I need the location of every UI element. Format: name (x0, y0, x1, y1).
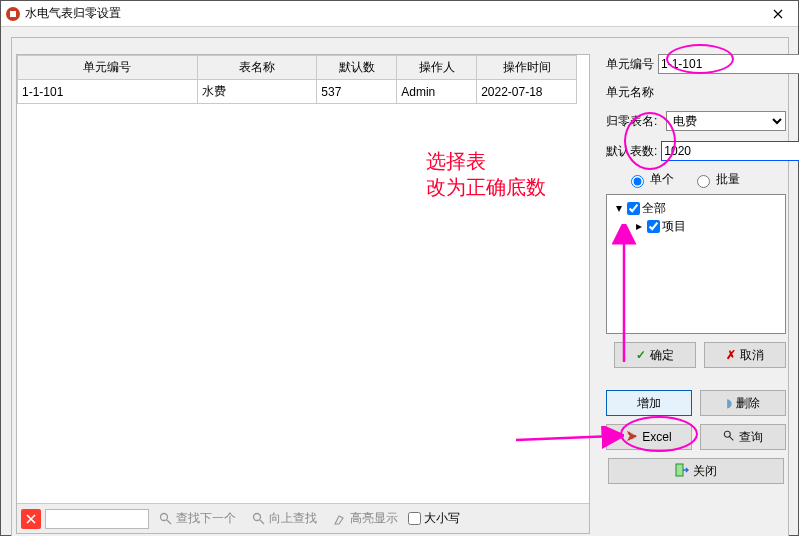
label-unit-no: 单元编号 (606, 56, 654, 73)
svg-point-2 (161, 513, 168, 520)
row-unit-no: 单元编号 (606, 54, 786, 74)
door-icon (675, 463, 689, 480)
tree-box[interactable]: ▾ 全部 ▸ 项目 (606, 194, 786, 334)
row-unit-name: 单元名称 (606, 84, 786, 101)
window-root: 水电气表归零设置 单元编号 表名称 默认数 操作人 操作 (0, 0, 799, 536)
row-close: 关闭 (606, 458, 786, 484)
radio-row: 单个 批量 (606, 171, 786, 188)
query-button[interactable]: 查询 (700, 424, 786, 450)
label-default: 默认表数: (606, 143, 657, 160)
col-unit-no[interactable]: 单元编号 (18, 56, 198, 80)
label-meter: 归零表名: (606, 113, 662, 130)
search-bar: 查找下一个 向上查找 高亮显示 大小写 (17, 503, 589, 533)
client-area: 单元编号 表名称 默认数 操作人 操作时间 1-1-101 水费 (1, 27, 798, 535)
window-title: 水电气表归零设置 (25, 5, 758, 22)
col-operator[interactable]: 操作人 (397, 56, 477, 80)
expand-icon[interactable]: ▾ (613, 201, 625, 215)
arrow-right-icon: ⮞ (626, 430, 638, 444)
outer-frame: 单元编号 表名称 默认数 操作人 操作时间 1-1-101 水费 (11, 37, 789, 536)
excel-button[interactable]: ⮞ Excel (606, 424, 692, 450)
ok-button[interactable]: ✓ 确定 (614, 342, 696, 368)
clear-search-button[interactable] (21, 509, 41, 529)
cancel-button[interactable]: ✗ 取消 (704, 342, 786, 368)
col-op-time[interactable]: 操作时间 (477, 56, 577, 80)
search-down-icon (159, 512, 173, 526)
row-excel-query: ⮞ Excel 查询 (606, 424, 786, 450)
table-wrap: 单元编号 表名称 默认数 操作人 操作时间 1-1-101 水费 (17, 55, 589, 503)
meter-table: 单元编号 表名称 默认数 操作人 操作时间 1-1-101 水费 (17, 55, 577, 104)
titlebar: 水电气表归零设置 (1, 1, 798, 27)
radio-batch[interactable]: 批量 (692, 171, 740, 188)
add-button[interactable]: 增加 (606, 390, 692, 416)
svg-point-4 (254, 513, 261, 520)
search-icon (723, 430, 735, 445)
x-icon: ✗ (726, 348, 736, 362)
cell-default: 537 (317, 80, 397, 104)
cell-operator: Admin (397, 80, 477, 104)
delete-button[interactable]: ◗ 删除 (700, 390, 786, 416)
input-unit-no[interactable] (658, 54, 799, 74)
expand-icon[interactable]: ▸ (633, 219, 645, 233)
check-icon: ✓ (636, 348, 646, 362)
row-default: 默认表数: (606, 141, 786, 161)
table-panel: 单元编号 表名称 默认数 操作人 操作时间 1-1-101 水费 (16, 54, 590, 534)
row-meter: 归零表名: 电费 (606, 111, 786, 131)
svg-rect-1 (10, 11, 16, 17)
cell-meter-name: 水费 (197, 80, 317, 104)
svg-line-7 (730, 436, 733, 439)
close-button[interactable]: 关闭 (608, 458, 784, 484)
svg-point-6 (724, 431, 730, 437)
cell-op-time: 2022-07-18 (477, 80, 577, 104)
input-default[interactable] (661, 141, 799, 161)
svg-rect-8 (676, 464, 683, 476)
svg-line-5 (260, 520, 264, 524)
label-unit-name: 单元名称 (606, 84, 662, 101)
close-window-button[interactable] (758, 1, 798, 27)
find-next-button[interactable]: 查找下一个 (153, 508, 242, 530)
svg-line-3 (167, 520, 171, 524)
cylinder-icon: ◗ (726, 396, 732, 410)
cell-unit-no: 1-1-101 (18, 80, 198, 104)
table-row[interactable]: 1-1-101 水费 537 Admin 2022-07-18 (18, 80, 577, 104)
highlight-button[interactable]: 高亮显示 (327, 508, 404, 530)
col-meter-name[interactable]: 表名称 (197, 56, 317, 80)
app-icon (5, 6, 21, 22)
right-panel: 单元编号 单元名称 归零表名: 电费 默认表数: (606, 54, 786, 492)
row-add-delete: 增加 ◗ 删除 (606, 390, 786, 416)
row-ok-cancel: ✓ 确定 ✗ 取消 (606, 342, 786, 368)
radio-single[interactable]: 单个 (626, 171, 674, 188)
highlight-icon (333, 512, 347, 526)
table-header-row: 单元编号 表名称 默认数 操作人 操作时间 (18, 56, 577, 80)
tree-root[interactable]: ▾ 全部 (611, 199, 781, 217)
search-up-icon (252, 512, 266, 526)
tree-child[interactable]: ▸ 项目 (611, 217, 781, 235)
col-default[interactable]: 默认数 (317, 56, 397, 80)
find-prev-button[interactable]: 向上查找 (246, 508, 323, 530)
case-sensitive-checkbox[interactable]: 大小写 (408, 510, 460, 527)
select-meter[interactable]: 电费 (666, 111, 786, 131)
search-input[interactable] (45, 509, 149, 529)
